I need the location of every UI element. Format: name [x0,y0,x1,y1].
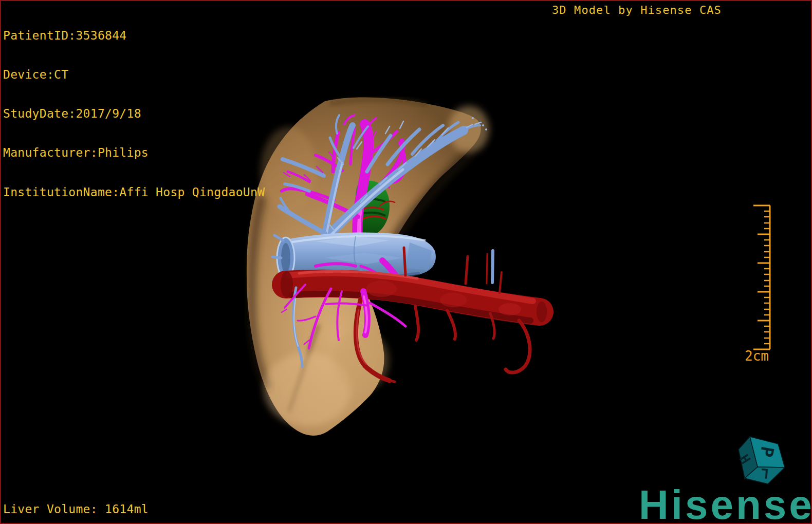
viewer-title: 3D Model by Hisense CAS [552,4,722,16]
device-line: Device:CT [3,68,265,81]
hisense-logo: Hisense [639,484,812,524]
patient-id-line: PatientID:3536844 [3,29,265,42]
manufacturer-line: Manufacturer:Philips [3,146,265,159]
institution-line: InstitutionName:Affi Hosp QingdaoUnW [3,186,265,199]
ruler-minor-ticks [764,211,770,344]
cube-letter-front: L [760,465,769,481]
study-date-line: StudyDate:2017/9/18 [3,107,265,120]
orientation-cube[interactable]: P H L [736,437,785,484]
liver-volume-label: Liver Volume: 1614ml [3,503,149,516]
patient-info-block: PatientID:3536844 Device:CT StudyDate:20… [3,3,265,225]
ruler-label: 2cm [745,348,769,364]
ruler-major-ticks [758,234,770,321]
ruler-line [753,205,770,349]
viewer-root: 2cm P H L PatientID:3536844 Device:CT St… [0,0,812,524]
scale-ruler: 2cm [745,205,770,364]
